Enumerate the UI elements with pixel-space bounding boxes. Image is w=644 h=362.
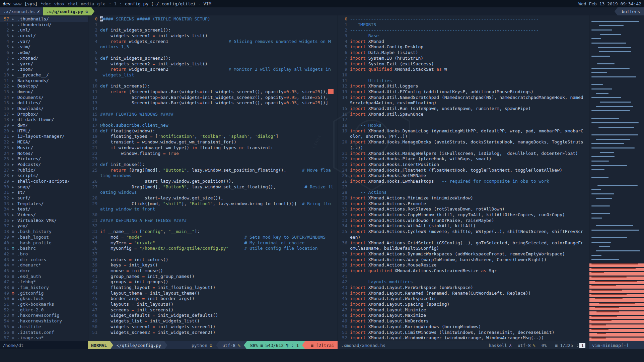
nerdtree-pane[interactable]: 57▸.thumbnails/1▸.thunderbird/2▸.uml/3▸.…	[0, 15, 88, 341]
tree-item-dmrc[interactable]: 45≡.dmrc	[0, 268, 88, 274]
workspace-www[interactable]: www	[13, 1, 21, 6]
tree-item-haxornewsconfig[interactable]: 53≡.haxornewsconfig	[0, 313, 88, 318]
code-line[interactable]: 23	[88, 156, 338, 162]
code-line[interactable]: 9import qualified XMonad.StackSet as W	[338, 67, 589, 72]
code-line[interactable]: 9	[88, 78, 338, 84]
tree-item-i3statusconf[interactable]: 56≡.i3status.conf	[0, 330, 88, 336]
tree-item-surf[interactable]: 32▸surf/	[0, 195, 88, 201]
code-line[interactable]: ScratchpadAction, customFloating)	[338, 100, 589, 106]
tree-item-test[interactable]: 34▸test/	[0, 206, 88, 212]
code-line[interactable]: 26 start=lazy.window.get_position()),	[88, 179, 338, 184]
tree-item-Videos[interactable]: 35▸Videos/	[0, 212, 88, 218]
code-line[interactable]: ating window to front	[88, 206, 338, 212]
tree-item-haxornewshistory[interactable]: 54≡.haxornewshistory	[0, 318, 88, 324]
code-line[interactable]: 36import XMonad.Actions.GridSelect (GSCo…	[338, 240, 589, 246]
python-icon[interactable]: ⚙	[85, 9, 88, 14]
code-line[interactable]: 16	[88, 117, 338, 123]
tree-item-Public[interactable]: 27▸Public/	[0, 168, 88, 173]
code-line[interactable]: 33import XMonad.Actions.WindowGo (runOrR…	[338, 218, 589, 224]
code-line[interactable]: 37import XMonad.Actions.DynamicWorkspace…	[338, 251, 589, 257]
code-line[interactable]: 25import XMonad.Hooks.SetWMName	[338, 173, 589, 179]
code-line[interactable]: 45 border_args = init_border_args()	[88, 296, 338, 302]
tree-item-zoom[interactable]: 9▸.zoom/	[0, 67, 88, 72]
tree-item-bashprofile[interactable]: 40≡.bash_profile	[0, 240, 88, 246]
minimap-pane[interactable]: ~~~~~~	[589, 15, 644, 341]
tree-item-fehbg[interactable]: 47≡.fehbg*	[0, 279, 88, 285]
code-line[interactable]: 11 return [Screen(top=bar.Bar(widgets=in…	[88, 89, 338, 95]
code-line[interactable]: 17	[338, 117, 589, 123]
code-line[interactable]: 50import XMonad.Layout.BoringWindows (bo…	[338, 324, 589, 330]
code-line[interactable]: (..))	[338, 145, 589, 151]
tree-item-dtdarktheme[interactable]: 18▸dt-dark-theme/	[0, 117, 88, 123]
code-line[interactable]: 35import XMonad.Actions.CycleWS (moveTo,…	[338, 229, 589, 235]
tree-item-Dropbox[interactable]: 17▸Dropbox/	[0, 112, 88, 117]
tab-xxmonadhs[interactable]: .x/xmonad.hs✗	[0, 7, 43, 15]
code-line[interactable]: 27	[338, 184, 589, 190]
code-line[interactable]: 14	[88, 106, 338, 112]
code-line[interactable]: 3 -- Base	[338, 33, 589, 39]
tree-item-dotfiles[interactable]: 15▸dotfiles/	[0, 100, 88, 106]
code-line[interactable]: onitors 1,3	[88, 44, 338, 50]
code-line[interactable]: 11 -- Utilities	[338, 78, 589, 84]
code-line[interactable]: 51 widgets_screen2 = init_widgets_screen…	[88, 330, 338, 336]
tree-item-gksulock[interactable]: 50≡.gksu.lock	[0, 296, 88, 302]
code-line[interactable]: 20import XMonad.Hooks.ManageDocks (avoid…	[338, 139, 589, 145]
code-line[interactable]: 19 floating_types = ['notification', 'to…	[88, 134, 338, 139]
workspace-gfx[interactable]: gfx	[97, 1, 105, 6]
code-line[interactable]: 15##### FLOATING WINDOWS #####	[88, 112, 338, 117]
workspace-doc[interactable]: *doc	[41, 1, 51, 6]
tree-item-shellcolorscripts[interactable]: 29▸shell-color-scripts/	[0, 179, 88, 184]
code-line[interactable]: 51import XMonad.Layout.LimitWindows (lim…	[338, 330, 589, 336]
code-line[interactable]: 39import XMonad.Actions.MouseResize	[338, 262, 589, 268]
code-line[interactable]: 39 keys = init_keys()	[88, 262, 338, 268]
code-line[interactable]: 22import XMonad.Hooks.Place (placeHook, …	[338, 156, 589, 162]
code-line[interactable]: 2def init_widgets_screen1():	[88, 27, 338, 33]
tree-item-Pictures[interactable]: 25▸Pictures/	[0, 156, 88, 162]
code-line[interactable]: 41	[338, 274, 589, 280]
workspace-vbox[interactable]: vbox	[54, 1, 64, 6]
tree-item-Notes[interactable]: 24▸Notes/	[0, 151, 88, 157]
tree-item-MEGA[interactable]: 22▸MEGA/	[0, 139, 88, 145]
code-line[interactable]: 19import XMonad.Hooks.DynamicLog (dynami…	[338, 128, 589, 134]
code-line[interactable]: 4import XMonad	[338, 39, 589, 45]
code-line[interactable]: 8 return widgets_screen2 # Monitor 2 wil…	[88, 67, 338, 72]
code-line[interactable]: 25 return [Drag([mod], "Button1", lazy.w…	[88, 168, 338, 173]
tree-item-fimhistory[interactable]: 48≡.fim_history	[0, 285, 88, 291]
code-line[interactable]: 50 widgets_screen1 = init_widgets_screen…	[88, 324, 338, 330]
tree-item-thunderbird[interactable]: 1▸.thunderbird/	[0, 22, 88, 28]
code-line[interactable]: oating windows	[88, 190, 338, 195]
tree-item-w3m[interactable]: 6▸.w3m/	[0, 50, 88, 56]
tree-item-bashrc[interactable]: 41⚙.bashrc	[0, 246, 88, 251]
code-line[interactable]: 48 widget_defaults = init_widgets_defaul…	[88, 313, 338, 318]
code-line[interactable]: 44import XMonad.Layout.Renamed (renamed,…	[338, 291, 589, 296]
code-line[interactable]: 14import XMonad.Util.NamedScratchpad (Na…	[338, 95, 589, 101]
code-line[interactable]: 52import XMonad.Layout.WindowArranger (w…	[338, 335, 589, 341]
code-line[interactable]: 31import XMonad.Actions.RotSlaves (rotSl…	[338, 206, 589, 212]
tab-cqconfigpy[interactable]: .c/q/config.py⚙	[43, 7, 91, 15]
workspace-chat[interactable]: chat	[68, 1, 78, 6]
code-line[interactable]: 1---IMPORTS	[338, 22, 589, 28]
code-line[interactable]: 22 window.floating = True	[88, 151, 338, 157]
code-line[interactable]: 29import XMonad.Actions.Minimize (minimi…	[338, 195, 589, 201]
tree-item-dmenurc[interactable]: 44≡.dmenurc*	[0, 262, 88, 268]
code-line[interactable]: 42 groups = init_groups()	[88, 279, 338, 285]
code-line[interactable]: 40import qualified XMonad.Actions.Constr…	[338, 268, 589, 274]
code-line[interactable]: 16import XMonad.Util.SpawnOnce	[338, 112, 589, 117]
tree-item-xmonad[interactable]: 7▸.xmonad/	[0, 56, 88, 61]
tree-item-thumbnails[interactable]: 57▸.thumbnails/	[0, 16, 88, 22]
code-line[interactable]: 24import XMonad.Hooks.FloatNext (floatNe…	[338, 168, 589, 173]
code-line[interactable]: 30	[88, 212, 338, 218]
code-line[interactable]: 30import XMonad.Actions.Promote	[338, 201, 589, 207]
code-line[interactable]: 34import XMonad.Actions.WithAll (sinkAll…	[338, 223, 589, 229]
tree-item-dmenu[interactable]: 13▸dmenu/	[0, 89, 88, 95]
code-line[interactable]: 31##### DEFINING A FEW THINGS #####	[88, 218, 338, 224]
code-line[interactable]: 12 Screen(top=bar.Bar(widgets=init_widge…	[88, 95, 338, 101]
tree-item-bro[interactable]: 42≡.bro	[0, 251, 88, 257]
code-line[interactable]: 26import XMonad.Hooks.EwmhDesktops -- re…	[338, 179, 589, 184]
code-line[interactable]: 40 mouse = init_mouse()	[88, 268, 338, 274]
tree-item-Documents[interactable]: 14▸Documents/	[0, 95, 88, 101]
tree-item-gitconfig[interactable]: 49⚙.gitconfig	[0, 291, 88, 296]
tree-item-HTML[interactable]: 20▸HTML/	[0, 128, 88, 134]
code-line[interactable]: 7import System.IO (hPutStrLn)	[338, 56, 589, 61]
tree-item-i3layoutmanager[interactable]: 21▸i3-layout-manager/	[0, 134, 88, 139]
